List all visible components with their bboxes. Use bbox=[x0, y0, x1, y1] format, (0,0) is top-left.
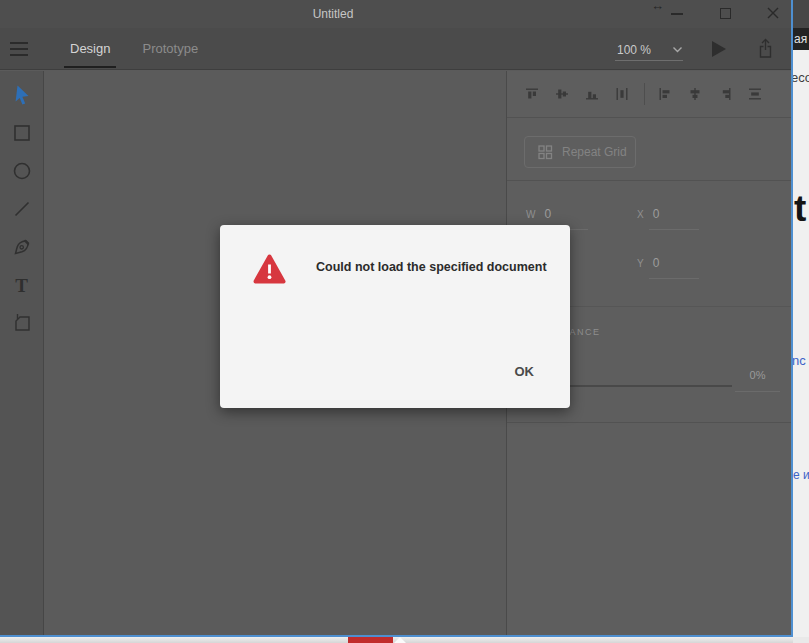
maximize-button[interactable] bbox=[720, 8, 731, 19]
y-field-value: 0 bbox=[653, 256, 660, 270]
x-field[interactable]: X0 bbox=[637, 207, 659, 221]
window-title: Untitled bbox=[313, 7, 354, 21]
zoom-level-value: 100 % bbox=[615, 43, 651, 57]
background-corner-fragment bbox=[793, 637, 809, 643]
grid-icon bbox=[538, 145, 553, 160]
repeat-grid-button[interactable]: Repeat Grid bbox=[524, 136, 636, 168]
x-field-label: X bbox=[637, 209, 644, 220]
align-middle-icon[interactable] bbox=[554, 86, 570, 102]
width-field[interactable]: W0 bbox=[526, 207, 551, 221]
repeat-grid-label: Repeat Grid bbox=[562, 145, 627, 159]
text-tool-icon: T bbox=[15, 276, 28, 295]
background-link-fragment: е и bbox=[793, 468, 809, 482]
align-center-icon[interactable] bbox=[687, 86, 703, 102]
x-field-underline bbox=[649, 229, 699, 230]
hamburger-menu-button[interactable] bbox=[10, 42, 28, 60]
tab-design[interactable]: Design bbox=[66, 28, 114, 70]
width-field-value: 0 bbox=[544, 207, 551, 221]
tool-select[interactable] bbox=[11, 84, 33, 106]
screen: Untitled ↔ Design Prototype 100 % bbox=[0, 0, 809, 643]
mode-tabs: Design Prototype bbox=[66, 28, 226, 70]
tab-prototype[interactable]: Prototype bbox=[138, 28, 202, 70]
background-heading-fragment: t bbox=[794, 188, 806, 230]
opacity-value-underline bbox=[735, 391, 780, 392]
resize-arrows-icon[interactable]: ↔ bbox=[651, 0, 664, 13]
align-group-divider bbox=[644, 83, 645, 105]
toolbar: Design Prototype 100 % bbox=[0, 28, 791, 70]
background-link-fragment: nc bbox=[793, 353, 806, 368]
background-page-fragment: eco t nc е и bbox=[793, 50, 809, 637]
tool-pen[interactable] bbox=[11, 236, 33, 258]
error-message: Could not load the specified document bbox=[316, 260, 547, 274]
background-red-element-fragment bbox=[348, 637, 393, 643]
tools-sidebar: T bbox=[0, 71, 44, 635]
tool-artboard[interactable] bbox=[11, 312, 33, 334]
chevron-down-icon bbox=[672, 46, 683, 54]
tool-text[interactable]: T bbox=[11, 274, 33, 296]
opacity-value: 0% bbox=[735, 369, 780, 381]
titlebar: Untitled ↔ bbox=[0, 0, 791, 28]
background-window-right-sliver[interactable]: ая eco t nc е и bbox=[793, 0, 809, 643]
preview-play-button[interactable] bbox=[712, 41, 726, 57]
background-titlebar-fragment bbox=[793, 0, 809, 28]
y-field-underline bbox=[649, 278, 699, 279]
share-icon bbox=[757, 38, 774, 59]
background-text-fragment: eco bbox=[793, 70, 809, 85]
align-bottom-icon[interactable] bbox=[584, 86, 600, 102]
repeat-grid-section: Repeat Grid bbox=[507, 118, 791, 181]
warning-triangle-icon bbox=[253, 254, 286, 285]
zoom-level-input[interactable]: 100 % bbox=[615, 40, 683, 61]
distribute-vertically-icon[interactable] bbox=[747, 86, 763, 102]
align-toolbar bbox=[507, 71, 791, 118]
ok-button[interactable]: OK bbox=[511, 362, 539, 381]
select-tool-icon bbox=[12, 84, 32, 106]
pen-tool-icon bbox=[11, 236, 33, 258]
tool-line[interactable] bbox=[11, 198, 33, 220]
ellipse-tool-icon bbox=[11, 160, 33, 182]
tool-ellipse[interactable] bbox=[11, 160, 33, 182]
distribute-horizontally-icon[interactable] bbox=[614, 86, 630, 102]
pointer-artifact bbox=[393, 637, 407, 643]
align-top-icon[interactable] bbox=[524, 86, 540, 102]
share-button[interactable] bbox=[757, 38, 774, 59]
line-tool-icon bbox=[11, 198, 33, 220]
x-field-value: 0 bbox=[653, 207, 660, 221]
y-field-label: Y bbox=[637, 258, 644, 269]
align-right-icon[interactable] bbox=[717, 86, 733, 102]
hamburger-icon bbox=[10, 42, 28, 44]
y-field[interactable]: Y0 bbox=[637, 256, 659, 270]
tool-rectangle[interactable] bbox=[11, 122, 33, 144]
close-button[interactable] bbox=[764, 4, 782, 22]
minimize-button[interactable] bbox=[671, 13, 683, 15]
rectangle-tool-icon bbox=[11, 122, 33, 144]
close-icon bbox=[764, 4, 782, 22]
error-dialog: Could not load the specified document OK bbox=[220, 225, 570, 408]
align-left-icon[interactable] bbox=[657, 86, 673, 102]
artboard-tool-icon bbox=[11, 312, 33, 334]
background-window-bottom-sliver[interactable] bbox=[0, 637, 793, 643]
width-field-label: W bbox=[526, 209, 535, 220]
background-tab-fragment: ая bbox=[793, 28, 809, 50]
